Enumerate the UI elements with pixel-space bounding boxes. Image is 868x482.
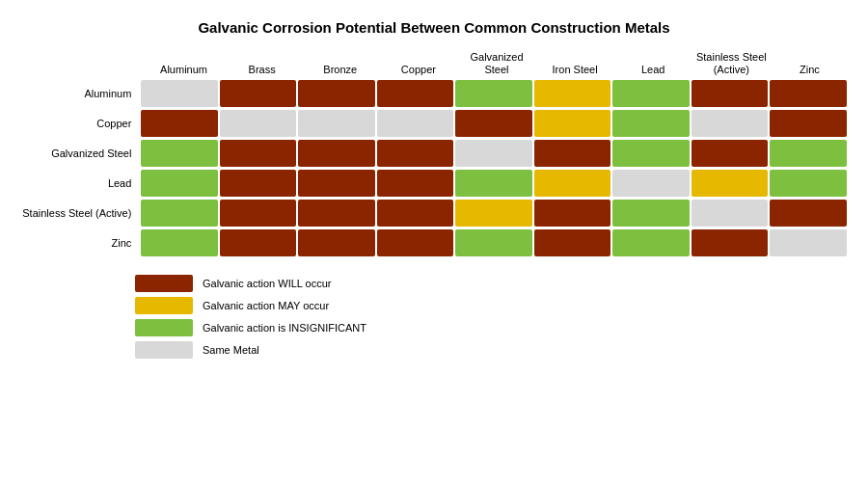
column-header: Zinc <box>771 51 849 80</box>
grid-cell <box>534 140 611 167</box>
legend-item: Galvanic action WILL occur <box>135 275 366 292</box>
column-headers: AluminumBrassBronzeCopperGalvanized Stee… <box>145 51 849 80</box>
grid-cell <box>377 170 454 197</box>
grid-cell <box>141 140 218 167</box>
grid-cell <box>377 140 454 167</box>
grid-cell <box>298 229 375 256</box>
grid-cell <box>455 140 532 167</box>
grid-cell <box>534 229 611 256</box>
grid-cell <box>455 229 532 256</box>
grid-cell <box>770 170 847 197</box>
grid-cell <box>298 140 375 167</box>
column-header: Bronze <box>301 51 379 80</box>
legend-section: Galvanic action WILL occurGalvanic actio… <box>135 275 366 359</box>
table-row: Zinc <box>19 229 849 256</box>
row-label: Galvanized Steel <box>19 147 141 159</box>
grid-cell <box>377 229 454 256</box>
grid-cell <box>141 110 218 137</box>
row-label: Lead <box>19 177 141 189</box>
grid-cell <box>692 200 769 227</box>
grid-cell <box>534 110 611 137</box>
grid-cell <box>612 80 690 107</box>
table-section: AluminumBrassBronzeCopperGalvanized Stee… <box>19 51 849 259</box>
grid-cell <box>455 200 532 227</box>
table-row: Galvanized Steel <box>19 140 849 167</box>
grid-cell <box>534 170 611 197</box>
grid-rows: AluminumCopperGalvanized SteelLeadStainl… <box>19 80 849 259</box>
legend-label: Same Metal <box>203 344 259 356</box>
grid-cell <box>770 229 847 256</box>
legend-label: Galvanic action MAY occur <box>203 300 329 311</box>
grid-cell <box>455 110 532 137</box>
grid-cell <box>692 229 769 256</box>
grid-cell <box>612 110 690 137</box>
column-header: Copper <box>379 51 457 80</box>
legend-item: Same Metal <box>135 341 366 359</box>
column-header: Iron Steel <box>536 51 614 80</box>
legend-color-box <box>135 319 193 336</box>
grid-cell <box>298 200 375 227</box>
grid-cell <box>220 200 297 227</box>
grid-cell <box>141 80 218 107</box>
legend-label: Galvanic action is INSIGNIFICANT <box>203 322 366 334</box>
grid-cell <box>377 200 454 227</box>
column-header: Brass <box>223 51 301 80</box>
grid-cell <box>220 229 297 256</box>
grid-cell <box>377 110 454 137</box>
grid-cell <box>455 170 532 197</box>
grid-cell <box>692 140 769 167</box>
legend-color-box <box>135 275 193 292</box>
grid-cell <box>612 229 690 256</box>
chart-container: Galvanic Corrosion Potential Between Com… <box>0 0 868 482</box>
grid-cell <box>692 110 769 137</box>
legend-item: Galvanic action MAY occur <box>135 297 366 314</box>
grid-cell <box>770 140 847 167</box>
grid-cell <box>612 200 690 227</box>
column-header: Stainless Steel (Active) <box>692 51 771 80</box>
column-header: Lead <box>614 51 692 80</box>
row-label: Stainless Steel (Active) <box>19 207 141 219</box>
grid-cell <box>298 170 375 197</box>
table-row: Lead <box>19 170 849 197</box>
grid-cell <box>770 80 847 107</box>
grid-cell <box>220 110 297 137</box>
grid-cell <box>770 110 847 137</box>
column-header: Galvanized Steel <box>457 51 535 80</box>
grid-cell <box>377 80 454 107</box>
legend-item: Galvanic action is INSIGNIFICANT <box>135 319 366 336</box>
column-header: Aluminum <box>145 51 223 80</box>
table-row: Aluminum <box>19 80 849 107</box>
row-label: Aluminum <box>19 88 141 99</box>
grid-cell <box>612 140 690 167</box>
table-row: Stainless Steel (Active) <box>19 200 849 227</box>
legend-color-box <box>135 297 193 314</box>
row-label: Zinc <box>19 237 141 249</box>
row-label: Copper <box>19 118 141 129</box>
grid-cell <box>534 200 611 227</box>
legend-color-box <box>135 341 193 359</box>
grid-cell <box>692 170 769 197</box>
grid-cell <box>220 80 297 107</box>
grid-cell <box>141 170 218 197</box>
table-row: Copper <box>19 110 849 137</box>
grid-cell <box>692 80 769 107</box>
grid-cell <box>298 80 375 107</box>
grid-cell <box>534 80 611 107</box>
chart-title: Galvanic Corrosion Potential Between Com… <box>198 19 669 36</box>
grid-cell <box>612 170 690 197</box>
grid-cell <box>220 170 297 197</box>
grid-cell <box>220 140 297 167</box>
grid-cell <box>141 229 218 256</box>
legend-label: Galvanic action WILL occur <box>203 278 331 289</box>
grid-cell <box>455 80 532 107</box>
grid-cell <box>770 200 847 227</box>
grid-cell <box>298 110 375 137</box>
grid-cell <box>141 200 218 227</box>
